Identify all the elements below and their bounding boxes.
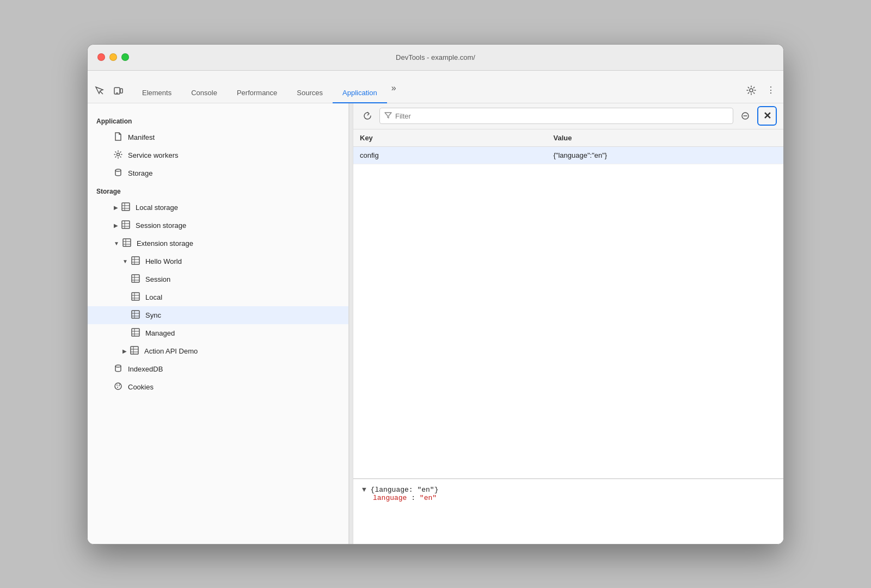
grid-icon [130,346,139,356]
doc-icon [114,132,122,143]
preview-object-label: {language: "en"} [371,486,439,494]
clear-button[interactable] [738,108,753,123]
preview-key: language [373,494,407,502]
sidebar-item-sync[interactable]: Sync [88,306,348,324]
sidebar-item-session-storage[interactable]: ▶ Session storage [88,216,348,234]
cylinder-icon [114,168,122,178]
collapse-arrow-icon: ▼ [122,258,128,264]
svg-point-5 [117,153,120,156]
svg-point-43 [115,365,121,367]
close-panel-button[interactable]: ✕ [757,106,777,126]
svg-rect-7 [122,203,130,211]
svg-rect-15 [123,239,131,246]
svg-rect-39 [131,346,138,354]
sidebar-item-label: Cookies [128,383,154,391]
svg-rect-35 [132,329,139,336]
data-toolbar: ✕ [353,103,783,129]
sidebar-item-local-storage[interactable]: ▶ Local storage [88,199,348,216]
sidebar-resize-handle[interactable] [349,103,353,544]
sidebar-item-hello-world[interactable]: ▼ Hello World [88,252,348,270]
tabbar-left-icons [92,83,132,98]
grid-icon [131,310,140,320]
tabbar-right-actions: ⋮ [743,82,779,98]
svg-rect-27 [132,293,139,300]
svg-point-46 [119,385,120,386]
sidebar-item-label: Action API Demo [144,347,198,355]
select-element-icon[interactable] [92,83,107,98]
gear-icon [114,150,122,160]
column-value: Value [547,129,784,147]
tab-elements[interactable]: Elements [132,83,181,103]
grid-icon [131,256,140,267]
sidebar-item-extension-storage[interactable]: ▼ Extension storage [88,234,348,252]
svg-rect-19 [132,257,139,264]
filter-input[interactable] [395,112,728,120]
settings-icon[interactable] [743,82,759,98]
svg-point-47 [117,387,118,388]
minimize-button[interactable] [109,53,117,61]
sidebar-item-action-api-demo[interactable]: ▶ Action API Demo [88,342,348,360]
svg-point-4 [750,89,753,92]
sidebar-item-storage-app[interactable]: Storage [88,164,348,182]
window-title: DevTools - example.com/ [396,53,475,61]
sidebar-item-label: Managed [145,329,175,337]
grid-icon [121,220,130,231]
tab-console[interactable]: Console [181,83,227,103]
sidebar-item-managed[interactable]: Managed [88,324,348,342]
more-tabs-button[interactable]: » [387,78,401,98]
sidebar-item-session[interactable]: Session [88,270,348,288]
sidebar-item-indexeddb[interactable]: IndexedDB [88,360,348,378]
cylinder-icon [114,364,122,374]
svg-point-44 [115,383,121,389]
svg-rect-2 [120,89,122,93]
filter-icon [384,112,392,121]
sidebar-item-label: Local [145,293,162,301]
sidebar-item-label: Extension storage [137,239,193,247]
sidebar-item-label: Hello World [145,257,182,265]
expand-arrow-icon: ▶ [114,205,118,211]
storage-table: Key Value config {"language":"en"} [353,129,783,479]
preview-expand-row: ▼ {language: "en"} [362,486,775,494]
sidebar-section-application: Application [88,114,348,128]
preview-value: "en" [420,494,437,502]
grid-icon [121,202,130,213]
cookie-icon [114,382,122,392]
table-row[interactable]: config {"language":"en"} [353,146,783,164]
sidebar-item-label: IndexedDB [128,365,163,373]
sidebar-item-cookies[interactable]: Cookies [88,378,348,396]
preview-property-row: language : "en" [362,494,775,502]
sidebar-item-service-workers[interactable]: Service workers [88,146,348,164]
grid-icon [131,292,140,302]
refresh-button[interactable] [360,108,375,123]
sidebar-item-label: Local storage [136,203,178,212]
grid-icon [131,328,140,338]
sidebar-item-label: Storage [128,169,153,177]
collapse-arrow-icon: ▼ [114,240,119,246]
cell-value: {"language":"en"} [547,146,784,164]
titlebar: DevTools - example.com/ [88,45,783,71]
sidebar-section-storage: Storage [88,184,348,199]
filter-bar [379,108,733,124]
preview-expand-icon[interactable]: ▼ [362,486,371,494]
sidebar-item-manifest[interactable]: Manifest [88,128,348,146]
svg-point-6 [115,169,121,171]
svg-line-0 [100,91,103,94]
tab-sources[interactable]: Sources [287,83,333,103]
preview-colon: : [411,494,420,502]
expand-arrow-icon: ▶ [122,348,127,354]
device-toolbar-icon[interactable] [111,83,126,98]
main-content: Application Manifest Service [88,103,783,544]
tab-performance[interactable]: Performance [227,83,287,103]
svg-rect-23 [132,275,139,282]
sidebar-item-label: Manifest [128,133,155,141]
sidebar-item-local[interactable]: Local [88,288,348,306]
window-controls [97,53,129,61]
devtools-window: DevTools - example.com/ Elements Console… [87,44,784,544]
column-key: Key [353,129,547,147]
expand-arrow-icon: ▶ [114,222,118,228]
tab-application[interactable]: Application [333,83,387,103]
sidebar-item-label: Session storage [136,221,186,230]
close-button[interactable] [97,53,105,61]
maximize-button[interactable] [121,53,129,61]
more-options-icon[interactable]: ⋮ [763,82,779,98]
